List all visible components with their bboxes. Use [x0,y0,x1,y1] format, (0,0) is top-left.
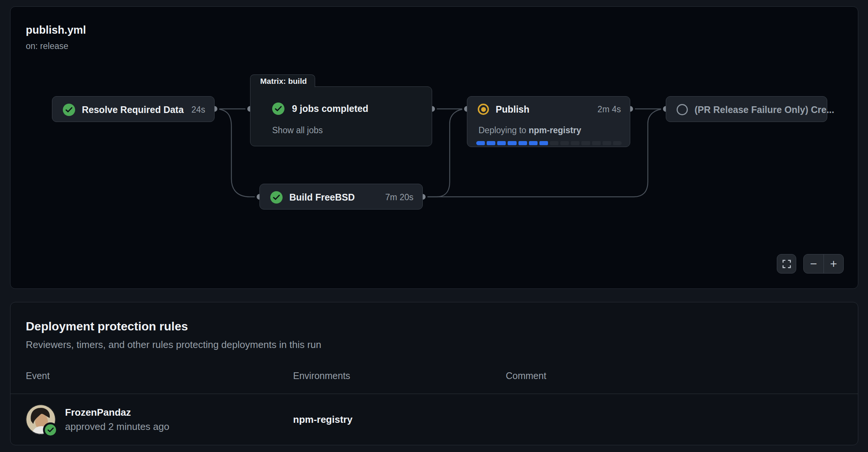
job-node-build-freebsd[interactable]: Build FreeBSD 7m 20s [259,184,423,210]
graph-edges [10,7,859,289]
zoom-in-button[interactable]: + [824,254,844,273]
job-node-pr-release-failure[interactable]: (PR Release Failure Only) Cre... [666,96,827,122]
column-header-event: Event [26,370,293,381]
pending-circle-icon [677,104,688,115]
job-label: Publish [496,104,529,115]
rules-table-header: Event Environments Comment [10,365,858,386]
in-progress-icon [478,104,489,115]
event-text: FrozenPandaz approved 2 minutes ago [65,407,169,433]
rules-table-row: FrozenPandaz approved 2 minutes ago npm-… [10,394,858,445]
deployment-protection-rules-panel: Deployment protection rules Reviewers, t… [10,302,858,445]
progress-segment [592,141,601,145]
fullscreen-icon [782,259,792,269]
progress-segment [613,141,622,145]
job-label: Resolve Required Data [82,104,184,115]
workflow-trigger: on: release [26,41,68,51]
show-all-jobs-link[interactable]: Show all jobs [272,125,323,135]
job-duration: 24s [191,105,205,115]
event-cell: FrozenPandaz approved 2 minutes ago [26,404,293,434]
deploy-target: npm-registry [529,125,581,135]
progress-segment [560,141,569,145]
zoom-out-button[interactable]: − [804,254,824,273]
rules-subtitle: Reviewers, timers, and other rules prote… [26,339,321,351]
progress-segment [539,141,548,145]
job-duration: 7m 20s [385,192,413,202]
job-duration: 2m 4s [597,104,621,114]
progress-segment [550,141,558,145]
progress-segment [497,141,506,145]
job-node-resolve-required-data[interactable]: Resolve Required Data 24s [52,96,215,122]
rules-title: Deployment protection rules [26,320,188,333]
environment-name: npm-registry [293,414,506,425]
avatar-wrap [26,404,56,434]
job-label: Build FreeBSD [289,192,355,203]
progress-segment [603,141,611,145]
job-label: (PR Release Failure Only) Cre... [695,104,834,115]
matrix-tab-seam [251,86,314,88]
matrix-summary: 9 jobs completed [292,103,368,114]
approved-check-badge-icon [43,422,58,437]
success-check-icon [270,191,283,204]
deploy-status-line: Deploying to npm-registry [478,125,581,135]
workflow-file-name: publish.yml [26,24,86,36]
approval-status-text: approved 2 minutes ago [65,421,169,433]
job-group-matrix-build[interactable]: 9 jobs completed Show all jobs [250,86,432,146]
progress-segment [581,141,590,145]
progress-segment [529,141,538,145]
progress-segment [487,141,495,145]
matrix-group-label: Matrix: build [260,77,307,86]
progress-segment [518,141,527,145]
deploy-prefix: Deploying to [478,125,526,135]
progress-segment [508,141,516,145]
column-header-environments: Environments [293,370,506,381]
column-header-comment: Comment [506,370,843,381]
progress-segment [571,141,579,145]
progress-segment [476,141,485,145]
publish-progress-bar [476,141,622,145]
fullscreen-button[interactable] [777,254,796,274]
approver-username: FrozenPandaz [65,407,169,418]
workflow-graph-panel: publish.yml on: release Resolve Required… [10,6,858,289]
zoom-button-group: − + [803,254,844,274]
job-node-publish[interactable]: Publish 2m 4s Deploying to npm-registry [467,96,630,147]
success-check-icon [63,104,75,116]
matrix-group-tab: Matrix: build [250,74,315,87]
success-check-icon [272,103,284,115]
